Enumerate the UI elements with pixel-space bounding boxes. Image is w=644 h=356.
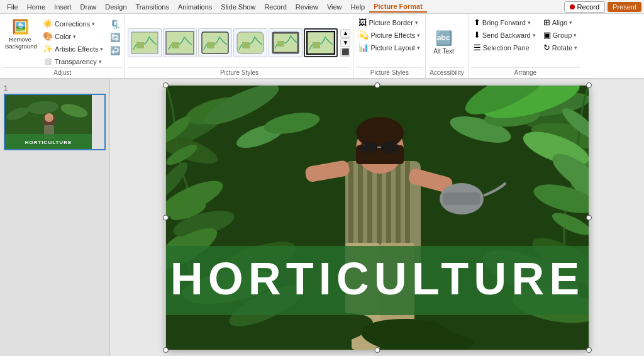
- remove-bg-label: Remove Background: [5, 36, 35, 50]
- svg-rect-9: [277, 41, 284, 47]
- gallery-item-6[interactable]: [304, 28, 338, 57]
- compress-picture-button[interactable]: 🗜️: [108, 18, 122, 30]
- picture-border-icon: 🖼: [358, 18, 367, 27]
- corrections-button[interactable]: ☀️ Corrections ▾: [40, 18, 106, 30]
- record-label: Record: [577, 3, 599, 11]
- menu-slideshow[interactable]: Slide Show: [216, 2, 260, 12]
- alt-text-icon: 🔤: [435, 30, 452, 47]
- menu-file[interactable]: File: [3, 2, 23, 12]
- svg-text:HORTICULTURE: HORTICULTURE: [25, 140, 72, 145]
- color-icon: 🎨: [43, 31, 53, 41]
- picture-effects-chevron: ▾: [417, 32, 420, 38]
- change-picture-button[interactable]: 🔄: [108, 31, 122, 43]
- svg-text:HORTICULTURE: HORTICULTURE: [170, 253, 584, 304]
- gallery-item-2[interactable]: [163, 28, 197, 57]
- slide-canvas[interactable]: HORTICULTURE: [166, 86, 589, 350]
- color-chevron: ▾: [73, 33, 76, 40]
- transparency-label: Transparency: [55, 58, 97, 65]
- remove-background-button[interactable]: 🖼️ Remove Background: [3, 16, 38, 53]
- bring-forward-button[interactable]: ⬆ Bring Forward ▾: [471, 16, 538, 28]
- rotate-button[interactable]: ↻ Rotate ▾: [541, 42, 580, 53]
- bring-forward-icon: ⬆: [474, 18, 480, 27]
- picture-layout-chevron: ▾: [417, 45, 420, 51]
- remove-bg-icon: 🖼️: [12, 19, 29, 35]
- record-dot-icon: [570, 4, 575, 9]
- send-backward-button[interactable]: ⬇ Send Backward ▾: [471, 29, 538, 41]
- adjust-group: 🖼️ Remove Background ☀️ Corrections ▾ 🎨 …: [1, 15, 125, 78]
- slide-thumbnail[interactable]: HORTICULTURE: [4, 94, 106, 150]
- transparency-button[interactable]: ◻️ Transparency ▾: [40, 55, 106, 67]
- gallery-item-5[interactable]: [269, 28, 303, 57]
- group-label: Group: [553, 31, 572, 39]
- artistic-effects-button[interactable]: ✨ Artistic Effects ▾: [40, 43, 106, 55]
- svg-rect-71: [443, 192, 480, 205]
- picture-styles-group-label: Picture Styles: [356, 67, 423, 78]
- selection-pane-button[interactable]: ☰ Selection Pane: [471, 42, 538, 53]
- corrections-label: Corrections: [55, 20, 90, 28]
- picture-effects-button[interactable]: 💫 Picture Effects ▾: [356, 29, 423, 41]
- main-area: 1 HORTICULTURE: [0, 79, 644, 356]
- change-picture-icon: 🔄: [110, 33, 120, 42]
- record-button[interactable]: Record: [564, 1, 605, 13]
- alt-text-button[interactable]: 🔤 Alt Text: [430, 28, 458, 57]
- reset-picture-button[interactable]: ↩️: [108, 44, 122, 57]
- group-button[interactable]: ▣ Group ▾: [541, 29, 580, 41]
- reset-picture-icon: ↩️: [110, 46, 120, 55]
- picture-styles-gallery: [128, 28, 338, 57]
- handle-mid-right[interactable]: [586, 215, 592, 221]
- handle-bot-mid[interactable]: [374, 347, 380, 353]
- menu-animations[interactable]: Animations: [174, 2, 216, 12]
- gallery-scroll-up[interactable]: ▲: [340, 29, 350, 38]
- compress-icon: 🗜️: [110, 19, 120, 29]
- svg-rect-1: [136, 42, 144, 48]
- align-chevron: ▾: [569, 19, 572, 26]
- selection-pane-label: Selection Pane: [483, 44, 530, 52]
- menu-view[interactable]: View: [323, 2, 347, 12]
- handle-top-mid[interactable]: [374, 82, 380, 88]
- send-backward-label: Send Backward: [482, 31, 531, 39]
- svg-point-65: [360, 141, 377, 153]
- handle-bot-left[interactable]: [163, 347, 169, 353]
- align-icon: ⊞: [543, 18, 550, 27]
- bring-forward-label: Bring Forward: [482, 19, 526, 26]
- handle-top-right[interactable]: [586, 82, 592, 88]
- handle-top-left[interactable]: [163, 82, 169, 88]
- accessibility-group: 🔤 Alt Text Accessibility: [426, 15, 468, 78]
- gallery-scroll-down[interactable]: ▼: [340, 38, 350, 47]
- gallery-item-4[interactable]: [233, 28, 267, 57]
- menu-draw[interactable]: Draw: [76, 2, 101, 12]
- menu-design[interactable]: Design: [101, 2, 131, 12]
- menu-help[interactable]: Help: [347, 2, 370, 12]
- transparency-icon: ◻️: [43, 57, 53, 66]
- rotate-label: Rotate: [552, 44, 572, 52]
- bring-forward-chevron: ▾: [528, 19, 531, 26]
- picture-layout-button[interactable]: 📊 Picture Layout ▾: [356, 42, 423, 53]
- arrange-label: Arrange: [471, 67, 580, 78]
- gallery-item-1[interactable]: [128, 28, 162, 57]
- picture-layout-label: Picture Layout: [370, 44, 414, 52]
- svg-point-66: [381, 141, 399, 153]
- handle-bot-right[interactable]: [586, 347, 592, 353]
- accessibility-label: Accessibility: [430, 67, 464, 78]
- svg-rect-7: [242, 42, 250, 48]
- artistic-effects-icon: ✨: [43, 44, 53, 53]
- adjust-label: Adjust: [3, 67, 122, 78]
- menu-transitions[interactable]: Transitions: [131, 2, 174, 12]
- gallery-item-3[interactable]: [198, 28, 232, 57]
- handle-mid-left[interactable]: [163, 215, 169, 221]
- menu-home[interactable]: Home: [23, 2, 50, 12]
- picture-effects-icon: 💫: [358, 30, 369, 40]
- transparency-chevron: ▾: [99, 58, 102, 65]
- menu-record[interactable]: Record: [260, 2, 291, 12]
- gallery-more[interactable]: ⬛: [340, 48, 350, 57]
- menu-picture-format[interactable]: Picture Format: [369, 1, 427, 13]
- rotate-icon: ↻: [543, 43, 550, 52]
- picture-styles-group: ▲ ▼ ⬛ Picture Styles: [125, 15, 353, 78]
- menu-review[interactable]: Review: [291, 2, 323, 12]
- align-button[interactable]: ⊞ Align ▾: [541, 16, 580, 28]
- picture-border-button[interactable]: 🖼 Picture Border ▾: [356, 16, 423, 28]
- present-button[interactable]: Present: [608, 2, 641, 12]
- menu-insert[interactable]: Insert: [50, 2, 76, 12]
- color-button[interactable]: 🎨 Color ▾: [40, 30, 106, 42]
- svg-rect-3: [172, 42, 179, 48]
